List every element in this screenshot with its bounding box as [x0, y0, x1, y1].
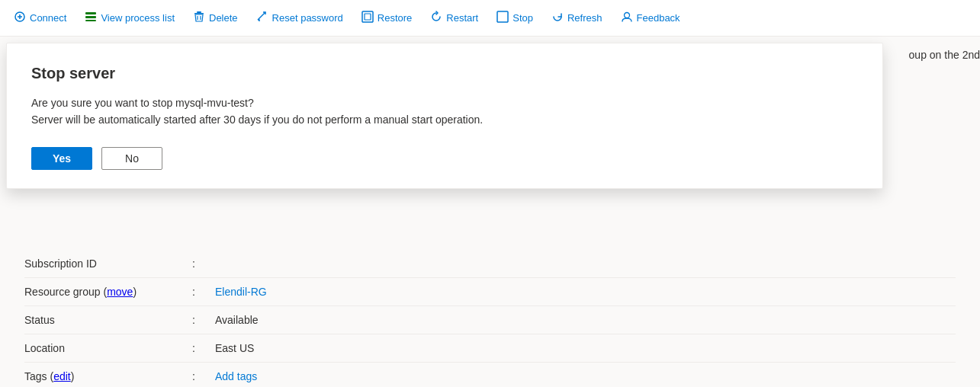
status-value: Available: [215, 314, 259, 326]
view-process-list-label: View process list: [101, 12, 175, 24]
connect-label: Connect: [30, 12, 66, 24]
properties-section: Subscription ID : Resource group (move) …: [24, 250, 956, 387]
edit-tags-link[interactable]: edit: [53, 370, 71, 382]
stop-button[interactable]: Stop: [489, 6, 541, 30]
subscription-id-label: Subscription ID: [24, 257, 192, 270]
main-content: oup on the 2nd Stop server Are you sure …: [0, 37, 980, 387]
feedback-icon: [621, 11, 633, 26]
dialog-message: Are you sure you want to stop mysql-mvu-…: [31, 94, 858, 129]
svg-rect-3: [197, 11, 201, 13]
partial-text: oup on the 2nd: [909, 49, 980, 61]
refresh-label: Refresh: [567, 12, 602, 24]
resource-group-value: Elendil-RG: [215, 286, 267, 298]
delete-label: Delete: [209, 12, 238, 24]
svg-rect-2: [85, 20, 96, 21]
no-button[interactable]: No: [101, 147, 162, 170]
resource-group-separator: :: [192, 286, 215, 298]
dialog-message-line1: Are you sure you want to stop mysql-mvu-…: [31, 94, 858, 111]
location-row: Location : East US: [24, 334, 956, 363]
subscription-id-row: Subscription ID :: [24, 250, 956, 278]
restore-button[interactable]: Restore: [354, 6, 420, 30]
svg-rect-9: [497, 11, 508, 22]
svg-rect-8: [365, 14, 371, 20]
feedback-label: Feedback: [637, 12, 680, 24]
view-process-list-icon: [85, 11, 97, 26]
restart-label: Restart: [446, 12, 478, 24]
refresh-button[interactable]: Refresh: [544, 6, 610, 30]
toolbar: Connect View process list Delete: [0, 0, 980, 37]
reset-password-label: Reset password: [272, 12, 343, 24]
dialog-title: Stop server: [31, 65, 858, 82]
view-process-list-button[interactable]: View process list: [77, 6, 182, 30]
location-value: East US: [215, 342, 254, 354]
svg-point-10: [624, 12, 629, 18]
restart-icon: [430, 11, 442, 26]
connect-button[interactable]: Connect: [6, 6, 74, 30]
add-tags-link[interactable]: Add tags: [215, 370, 257, 382]
restore-icon: [361, 11, 374, 26]
yes-button[interactable]: Yes: [31, 147, 92, 170]
elendil-rg-link[interactable]: Elendil-RG: [215, 286, 267, 298]
tags-label: Tags (edit): [24, 370, 192, 382]
tags-value: Add tags: [215, 370, 257, 382]
status-label: Status: [24, 314, 192, 326]
svg-rect-4: [194, 13, 204, 14]
delete-button[interactable]: Delete: [185, 6, 246, 30]
resource-group-label: Resource group (move): [24, 286, 192, 298]
dialog-message-line2: Server will be automatically started aft…: [31, 111, 858, 128]
status-separator: :: [192, 314, 215, 326]
dialog-buttons: Yes No: [31, 147, 858, 170]
stop-icon: [496, 11, 509, 26]
svg-rect-1: [85, 16, 96, 18]
location-label: Location: [24, 342, 192, 354]
move-link[interactable]: move: [107, 286, 133, 298]
reset-password-icon: [256, 11, 268, 26]
delete-icon: [193, 11, 205, 26]
tags-row: Tags (edit) : Add tags: [24, 363, 956, 387]
resource-group-row: Resource group (move) : Elendil-RG: [24, 278, 956, 306]
svg-rect-7: [362, 11, 373, 22]
feedback-button[interactable]: Feedback: [613, 6, 688, 30]
stop-server-dialog: Stop server Are you sure you want to sto…: [6, 43, 883, 189]
status-row: Status : Available: [24, 306, 956, 334]
stop-label: Stop: [512, 12, 533, 24]
restore-label: Restore: [378, 12, 413, 24]
location-separator: :: [192, 342, 215, 354]
subscription-id-separator: :: [192, 257, 215, 270]
reset-password-button[interactable]: Reset password: [249, 6, 351, 30]
refresh-icon: [551, 11, 564, 26]
connect-icon: [14, 11, 26, 26]
svg-rect-0: [85, 12, 96, 14]
restart-button[interactable]: Restart: [423, 6, 486, 30]
tags-separator: :: [192, 370, 215, 382]
